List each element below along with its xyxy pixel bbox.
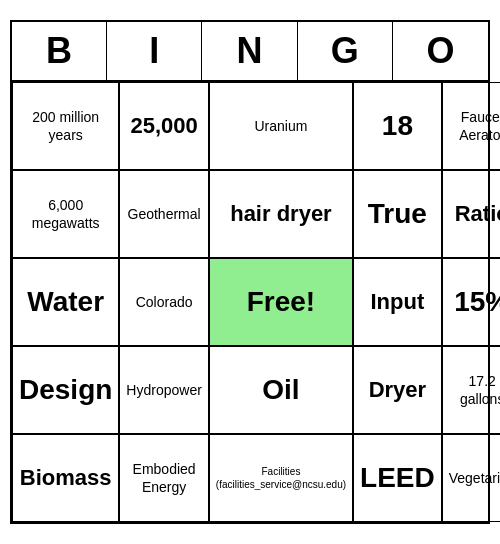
bingo-cell: Input bbox=[353, 258, 442, 346]
bingo-grid: 200 million years25,000Uranium18Faucet A… bbox=[12, 82, 488, 522]
header-letter: G bbox=[298, 22, 393, 80]
bingo-card: BINGO 200 million years25,000Uranium18Fa… bbox=[10, 20, 490, 524]
bingo-header: BINGO bbox=[12, 22, 488, 82]
bingo-cell: Vegetarian bbox=[442, 434, 500, 522]
bingo-cell: Hydropower bbox=[119, 346, 208, 434]
bingo-cell: Embodied Energy bbox=[119, 434, 208, 522]
bingo-cell: hair dryer bbox=[209, 170, 353, 258]
bingo-cell: 18 bbox=[353, 82, 442, 170]
bingo-cell: Facilities (facilities_service@ncsu.edu) bbox=[209, 434, 353, 522]
bingo-cell: Faucet Aerator bbox=[442, 82, 500, 170]
bingo-cell: Geothermal bbox=[119, 170, 208, 258]
bingo-cell: 17.2 gallons bbox=[442, 346, 500, 434]
bingo-cell: 15% bbox=[442, 258, 500, 346]
header-letter: I bbox=[107, 22, 202, 80]
bingo-cell: Design bbox=[12, 346, 119, 434]
header-letter: B bbox=[12, 22, 107, 80]
header-letter: N bbox=[202, 22, 297, 80]
bingo-cell: Biomass bbox=[12, 434, 119, 522]
header-letter: O bbox=[393, 22, 488, 80]
bingo-cell: 6,000 megawatts bbox=[12, 170, 119, 258]
bingo-cell: 25,000 bbox=[119, 82, 208, 170]
bingo-cell: Free! bbox=[209, 258, 353, 346]
bingo-cell: True bbox=[353, 170, 442, 258]
bingo-cell: Ratio bbox=[442, 170, 500, 258]
bingo-cell: Water bbox=[12, 258, 119, 346]
bingo-cell: Uranium bbox=[209, 82, 353, 170]
bingo-cell: 200 million years bbox=[12, 82, 119, 170]
bingo-cell: Colorado bbox=[119, 258, 208, 346]
bingo-cell: LEED bbox=[353, 434, 442, 522]
bingo-cell: Oil bbox=[209, 346, 353, 434]
bingo-cell: Dryer bbox=[353, 346, 442, 434]
